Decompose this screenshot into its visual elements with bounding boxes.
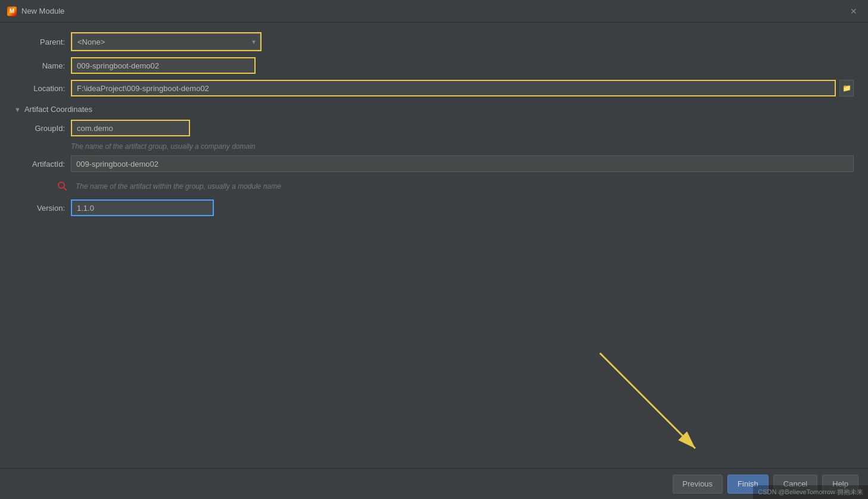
groupid-label: GroupId: xyxy=(14,124,71,133)
browse-button[interactable]: 📁 xyxy=(839,80,854,96)
artifactid-label: ArtifactId: xyxy=(14,160,71,169)
location-label: Location: xyxy=(14,84,71,93)
svg-point-0 xyxy=(58,182,64,188)
dialog-content: Parent: <None> ▼ Name: Location: 📁 xyxy=(0,23,868,468)
new-module-dialog: M New Module ✕ Parent: <None> ▼ Name: Lo… xyxy=(0,0,868,499)
artifact-section-header: ▼ Artifact Coordinates xyxy=(14,105,854,114)
location-input[interactable] xyxy=(71,80,836,96)
dialog-title: New Module xyxy=(21,7,64,15)
watermark: CSDN @BelieveTomorrow 拥抱未来 xyxy=(753,485,868,499)
parent-label: Parent: xyxy=(14,38,71,46)
name-label: Name: xyxy=(14,61,71,70)
version-row: Version: xyxy=(14,199,854,216)
parent-select[interactable]: <None> xyxy=(72,33,260,50)
groupid-row: GroupId: xyxy=(14,120,854,136)
name-input-wrap xyxy=(71,57,256,74)
artifactid-hint: The name of the artifact within the grou… xyxy=(76,182,281,191)
artifactid-input[interactable] xyxy=(71,155,854,172)
title-bar-left: M New Module xyxy=(7,7,64,16)
name-row: Name: xyxy=(14,57,854,74)
groupid-input[interactable] xyxy=(71,120,190,136)
search-icon-wrap xyxy=(54,178,71,195)
search-icon xyxy=(57,180,69,192)
name-input[interactable] xyxy=(71,57,256,74)
location-wrap: 📁 xyxy=(71,80,854,96)
dialog-footer: Previous Finish Cancel Help xyxy=(0,468,868,499)
version-input[interactable] xyxy=(71,199,214,216)
artifactid-row: ArtifactId: xyxy=(14,155,854,172)
artifactid-hint-row: The name of the artifact within the grou… xyxy=(14,178,854,195)
folder-icon: 📁 xyxy=(842,84,851,92)
close-button[interactable]: ✕ xyxy=(847,4,861,18)
svg-line-1 xyxy=(64,188,67,191)
app-icon: M xyxy=(7,7,17,16)
version-label: Version: xyxy=(14,204,71,213)
artifact-section-label: Artifact Coordinates xyxy=(24,105,92,114)
location-row: Location: 📁 xyxy=(14,80,854,96)
parent-select-wrap: <None> ▼ xyxy=(71,32,262,51)
previous-button[interactable]: Previous xyxy=(673,475,723,494)
groupid-hint: The name of the artifact group, usually … xyxy=(71,142,854,151)
collapse-toggle[interactable]: ▼ xyxy=(14,106,21,113)
title-bar: M New Module ✕ xyxy=(0,0,868,23)
parent-row: Parent: <None> ▼ xyxy=(14,32,854,51)
